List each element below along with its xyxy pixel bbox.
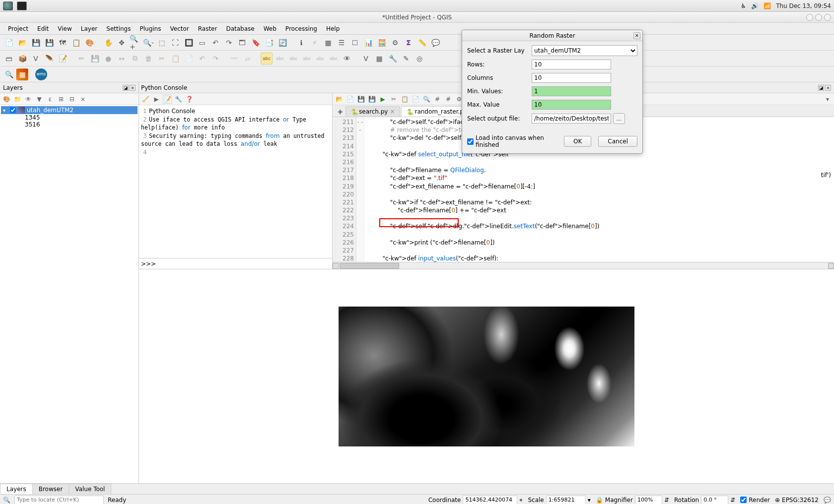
browse-button[interactable]: … — [613, 113, 625, 124]
zoom-last-icon[interactable]: ↶ — [209, 37, 221, 49]
menu-project[interactable]: Project — [4, 24, 32, 34]
new-spatialite-icon[interactable]: 🪶 — [43, 53, 55, 64]
open-project-icon[interactable]: 📂 — [16, 37, 28, 49]
layer-row-utah[interactable]: ▾ utah_demUTM2 — [1, 106, 138, 114]
panel-close-icon[interactable]: × — [130, 85, 136, 91]
crs-text[interactable]: EPSG:32612 — [782, 497, 819, 504]
zoom-in-icon[interactable]: 🔍+ — [129, 37, 141, 49]
menu-web[interactable]: Web — [260, 24, 280, 34]
new-map-view-icon[interactable]: 🗔 — [236, 37, 248, 49]
label-abc-icon[interactable]: abc — [261, 53, 273, 64]
messages-icon[interactable]: 💬 — [824, 497, 831, 504]
menu-plugins[interactable]: Plugins — [136, 24, 165, 34]
layer-tree[interactable]: ▾ utah_demUTM2 1345 3516 — [0, 105, 139, 483]
copy-text-icon[interactable]: 📋 — [400, 95, 409, 104]
attribute-table-icon[interactable]: 📊 — [362, 37, 374, 49]
menu-database[interactable]: Database — [222, 24, 258, 34]
rotation-spinner-icon[interactable]: ⇵ — [730, 497, 735, 504]
magnifier-input[interactable] — [635, 496, 662, 504]
bottom-tab-valuetool[interactable]: Value Tool — [69, 484, 111, 494]
lock-icon[interactable]: 🔒 — [596, 497, 603, 504]
refresh-icon[interactable]: 🔄 — [277, 37, 288, 49]
field-calc-icon[interactable]: 🧮 — [376, 37, 388, 49]
manage-visibility-icon[interactable]: 👁 — [24, 95, 33, 104]
show-editor-icon[interactable]: 📝 — [163, 95, 172, 104]
new-project-icon[interactable]: 📄 — [3, 37, 15, 49]
deselect-icon[interactable]: ☐ — [349, 37, 361, 49]
fold-gutter[interactable]: - - - — [356, 117, 364, 262]
uncomment-icon[interactable]: # — [444, 95, 453, 104]
scroll-thumb[interactable] — [340, 263, 399, 269]
editor-menu-icon[interactable]: ▾ — [823, 95, 832, 104]
new-file-icon[interactable]: 📄 — [346, 95, 354, 104]
find-text-icon[interactable]: 🔍 — [422, 95, 431, 104]
crs-icon[interactable]: ⊕ — [775, 497, 780, 504]
volume-icon[interactable]: 🔊 — [751, 2, 759, 9]
minimize-button[interactable] — [806, 14, 813, 21]
measure-icon[interactable]: 📏 — [416, 37, 428, 49]
cut-icon[interactable]: ✂ — [156, 53, 168, 64]
scale-input[interactable] — [546, 496, 586, 504]
menu-edit[interactable]: Edit — [33, 24, 53, 34]
remove-layer-icon[interactable]: ⨯ — [78, 95, 87, 104]
output-input[interactable] — [532, 114, 611, 124]
editor-hscrollbar[interactable] — [333, 262, 834, 269]
terminal-launcher-icon[interactable] — [17, 1, 27, 10]
pyconsole-close-icon[interactable]: × — [825, 85, 831, 91]
zoom-full-icon[interactable]: ⛶ — [169, 37, 181, 49]
raster-calc-icon[interactable]: ▦ — [16, 68, 28, 80]
layout-manager-icon[interactable]: 📋 — [70, 37, 82, 49]
run-script-icon[interactable]: ▶ — [378, 95, 387, 104]
locate-icon[interactable]: 🔍 — [3, 497, 10, 504]
plugin-tool-icon[interactable]: 🔧 — [387, 53, 399, 64]
save-file-icon[interactable]: 💾 — [356, 95, 365, 104]
tab-close-icon[interactable]: × — [390, 108, 395, 115]
select-features-icon[interactable]: ▦ — [322, 37, 334, 49]
run-command-icon[interactable]: ▶ — [152, 95, 161, 104]
add-group-icon[interactable]: 📁 — [13, 95, 22, 104]
ok-button[interactable]: OK — [564, 136, 591, 147]
plugin-v-icon[interactable]: V — [360, 53, 372, 64]
digitize-line-icon[interactable]: 〰 — [228, 53, 240, 64]
digitize-poly-icon[interactable]: ▱ — [242, 53, 254, 64]
menu-raster[interactable]: Raster — [194, 24, 221, 34]
bookmarks-icon[interactable]: 📑 — [263, 37, 275, 49]
network-icon[interactable]: 📶 — [764, 2, 771, 9]
pan-selection-icon[interactable]: ✥ — [116, 37, 128, 49]
toggle-edit-icon[interactable]: ✏ — [75, 53, 87, 64]
undo-icon[interactable]: ↶ — [196, 53, 208, 64]
open-file-icon[interactable]: 📂 — [335, 95, 344, 104]
paste-icon[interactable]: 📄 — [183, 53, 195, 64]
select-value-icon[interactable]: ☰ — [336, 37, 348, 49]
wms-icon[interactable]: wms — [35, 68, 47, 80]
coord-input[interactable] — [463, 496, 517, 504]
menu-view[interactable]: View — [54, 24, 75, 34]
menu-help[interactable]: Help — [322, 24, 344, 34]
search-icon[interactable]: 🔍 — [3, 68, 15, 80]
menu-settings[interactable]: Settings — [102, 24, 135, 34]
paste-text-icon[interactable]: 📄 — [411, 95, 420, 104]
zoom-next-icon[interactable]: ↷ — [223, 37, 235, 49]
zoom-out-icon[interactable]: 🔍- — [142, 37, 154, 49]
label-tool5-icon[interactable]: abc — [328, 53, 340, 64]
options-icon[interactable]: 🔧 — [174, 95, 183, 104]
zoom-layer-icon[interactable]: ▭ — [196, 37, 208, 49]
rotation-input[interactable] — [701, 496, 728, 504]
new-geopackage-icon[interactable]: 📦 — [16, 53, 28, 64]
extents-icon[interactable]: ⌖ — [519, 497, 523, 504]
label-tool2-icon[interactable]: abc — [287, 53, 299, 64]
scroll-left-icon[interactable] — [333, 263, 339, 269]
label-tool4-icon[interactable]: abc — [314, 53, 326, 64]
tree-expand-icon[interactable]: ▾ — [3, 108, 8, 113]
action-icon[interactable]: ⚡ — [309, 37, 321, 49]
tab-search-py[interactable]: 🐍 search.py × — [346, 106, 400, 117]
filter-legend-icon[interactable]: ▼ — [35, 95, 44, 104]
menu-processing[interactable]: Processing — [281, 24, 321, 34]
add-feature-icon[interactable]: ● — [102, 53, 114, 64]
dialog-close-icon[interactable]: × — [633, 32, 640, 39]
comment-icon[interactable]: # — [433, 95, 442, 104]
label-tool1-icon[interactable]: abc — [274, 53, 286, 64]
expand-all-icon[interactable]: ⊞ — [57, 95, 66, 104]
statistics-icon[interactable]: Σ — [403, 37, 415, 49]
new-shapefile-icon[interactable]: V — [30, 53, 42, 64]
